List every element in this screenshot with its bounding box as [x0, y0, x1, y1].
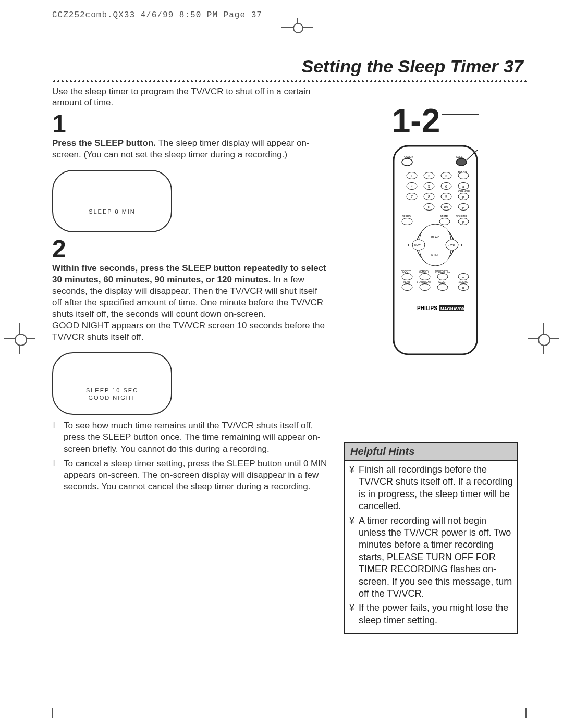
svg-text:◂: ◂	[407, 243, 409, 246]
crop-mark-bottom-left-icon	[52, 708, 53, 718]
svg-text:4: 4	[411, 184, 413, 188]
tv2-line1: SLEEP 10 SEC	[86, 387, 138, 393]
crop-mark-bottom-right-icon	[525, 708, 527, 718]
rec-otr-button[interactable]	[402, 274, 412, 280]
label-power: POWER	[403, 155, 413, 158]
svg-text:2: 2	[428, 174, 430, 178]
intro-text: Use the sleep timer to program the TV/VC…	[52, 86, 328, 108]
svg-text:TRACKING: TRACKING	[456, 281, 469, 283]
step-2-text: Within five seconds, press the SLEEP but…	[52, 263, 328, 343]
hint-item: If the power fails, you might lose the s…	[349, 602, 513, 626]
svg-text:CHANNEL: CHANNEL	[458, 190, 471, 193]
svg-text:PLAY: PLAY	[431, 236, 439, 239]
label-sleep: SLEEP	[456, 155, 465, 158]
svg-text:3: 3	[445, 174, 447, 178]
svg-text:STATUS/EXIT: STATUS/EXIT	[417, 281, 432, 283]
dotted-rule	[52, 80, 527, 83]
brand2-label: MAGNAVOX	[440, 306, 465, 311]
remote-control-illustration: POWER SLEEP 1 2	[388, 143, 482, 359]
helpful-hints-box: Helpful Hints Finish all recordings befo…	[344, 442, 518, 634]
svg-text:MEMORY: MEMORY	[419, 270, 429, 273]
step-number-1: 1	[52, 112, 328, 137]
step-2-extra: GOOD NIGHT appears on the TV/VCR screen …	[52, 320, 328, 343]
status-exit-button[interactable]	[420, 284, 430, 291]
page-number: 37	[504, 56, 523, 76]
page-title: Setting the Sleep Timer	[301, 56, 498, 76]
step-1-bold: Press the SLEEP button.	[52, 138, 156, 148]
memory-button[interactable]	[420, 274, 430, 280]
svg-text:STOP: STOP	[431, 253, 439, 256]
tv1-line1: SLEEP 0 MIN	[89, 208, 136, 215]
svg-text:REC/OTR: REC/OTR	[401, 270, 412, 273]
svg-text:5: 5	[428, 184, 430, 188]
helpful-hints-title: Helpful Hints	[345, 443, 517, 461]
svg-text:SPEED: SPEED	[402, 215, 411, 218]
tv2-line2: GOOD NIGHT	[89, 394, 136, 401]
speed-button[interactable]	[402, 218, 412, 225]
pause-still-button[interactable]	[437, 274, 448, 280]
clear-button[interactable]	[437, 284, 448, 291]
svg-text:REW: REW	[414, 243, 421, 246]
svg-text:MUTE: MUTE	[440, 215, 448, 218]
step-1-text: Press the SLEEP button. The sleep timer …	[52, 138, 328, 161]
leader-line-icon	[442, 114, 479, 115]
diagram-step-range: 1-2	[344, 102, 527, 140]
crop-mark-right-icon	[528, 323, 559, 354]
svg-text:▸: ▸	[461, 243, 463, 246]
tv-screen-1: SLEEP 0 MIN	[52, 170, 172, 232]
hint-item: A timer recording will not begin unless …	[349, 515, 513, 600]
altch-button[interactable]	[458, 172, 469, 179]
svg-text:+100: +100	[442, 205, 448, 208]
power-button[interactable]	[402, 158, 412, 166]
instructions-column: Use the sleep timer to program the TV/VC…	[52, 86, 328, 634]
crop-mark-left-icon	[4, 323, 35, 354]
helpful-hints-list: Finish all recordings before the TV/VCR …	[345, 461, 517, 633]
svg-text:F.FWD: F.FWD	[447, 243, 455, 246]
hint-item: Finish all recordings before the TV/VCR …	[349, 464, 513, 513]
svg-text:VOLUME: VOLUME	[456, 215, 468, 218]
svg-text:6: 6	[445, 184, 447, 188]
tv-screen-2: SLEEP 10 SEC GOOD NIGHT	[52, 352, 172, 415]
mute-button[interactable]	[439, 218, 450, 225]
bullet-list: To see how much time remains until the T…	[52, 420, 328, 492]
crop-header: CCZ252comb.QX33 4/6/99 8:50 PM Page 37	[52, 10, 527, 20]
step-number-2: 2	[52, 237, 328, 262]
svg-text:MENU: MENU	[403, 281, 410, 283]
svg-text:PAUSE/STILL: PAUSE/STILL	[435, 270, 450, 273]
svg-text:CLEAR: CLEAR	[438, 281, 447, 283]
svg-text:8: 8	[428, 195, 430, 199]
diagram-column: 1-2 POWER SLEEP	[344, 86, 527, 634]
title-row: Setting the Sleep Timer 37	[52, 56, 527, 77]
bullet-item: To cancel a sleep timer setting, press t…	[52, 458, 328, 492]
bullet-item: To see how much time remains until the T…	[52, 420, 328, 454]
brand-label: PHILIPS	[417, 305, 437, 311]
svg-text:p: p	[434, 265, 435, 268]
manual-page: CCZ252comb.QX33 4/6/99 8:50 PM Page 37 S…	[0, 0, 563, 728]
svg-text:1: 1	[411, 174, 413, 178]
menu-button[interactable]	[402, 284, 412, 291]
svg-text:7: 7	[411, 195, 413, 199]
crop-mark-top-icon	[282, 18, 313, 33]
svg-text:0: 0	[428, 205, 430, 209]
sleep-button[interactable]	[456, 158, 467, 166]
svg-text:9: 9	[445, 195, 447, 199]
